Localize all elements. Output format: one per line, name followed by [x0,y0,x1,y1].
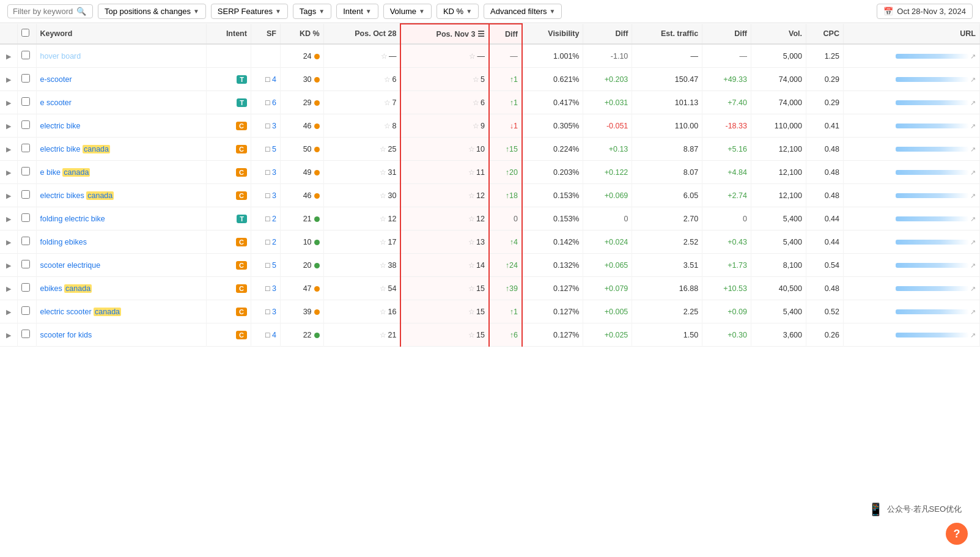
expand-btn[interactable]: ▶ [6,53,11,60]
external-link-icon[interactable]: ↗ [970,215,976,223]
est-traffic-value: 101.13 [675,98,698,107]
expand-btn[interactable]: ▶ [6,308,11,315]
sf-value[interactable]: 3 [272,168,276,177]
intent-dropdown[interactable]: Intent ▼ [336,4,378,19]
cpc-cell: 0.44 [806,231,844,254]
sf-value[interactable]: 3 [272,191,276,200]
expand-btn[interactable]: ▶ [6,169,11,176]
sf-value[interactable]: 4 [272,75,276,84]
keyword-link[interactable]: electric scooter canada [40,308,122,316]
keyword-link[interactable]: hover board [40,52,81,61]
row-checkbox[interactable] [21,237,30,245]
sf-value[interactable]: 3 [272,308,276,316]
sf-value[interactable]: 3 [272,284,276,293]
vis-diff-value: +0.025 [605,331,628,339]
keyword-link[interactable]: scooter for kids [40,331,92,339]
sf-value[interactable]: 4 [272,331,276,339]
expand-btn[interactable]: ▶ [6,262,11,269]
traffic-diff-cell: +5.16 [702,138,751,161]
sf-value[interactable]: 5 [272,145,276,153]
filter-input[interactable] [13,7,74,16]
external-link-icon[interactable]: ↗ [970,146,976,153]
keyword-link[interactable]: scooter electrique [40,261,101,270]
keyword-link[interactable]: electric bike [40,122,81,130]
row-checkbox[interactable] [21,190,30,199]
row-checkbox[interactable] [21,74,30,83]
vol-value: 74,000 [779,75,802,84]
keyword-link[interactable]: electric bikes canada [40,191,114,200]
external-link-icon[interactable]: ↗ [970,262,976,269]
cpc-value: 0.54 [825,261,839,270]
search-icon[interactable]: 🔍 [76,7,86,16]
traffic-diff-value: +4.84 [728,168,747,177]
external-link-icon[interactable]: ↗ [970,285,976,292]
table-row: ▶scooter for kidsC□ 422☆21☆15↑60.127%+0.… [0,323,980,347]
expand-btn[interactable]: ▶ [6,146,11,153]
keyword-link[interactable]: folding ebikes [40,238,87,246]
sf-value[interactable]: 2 [272,215,276,223]
advanced-filters-dropdown[interactable]: Advanced filters ▼ [484,4,562,19]
expand-btn[interactable]: ▶ [6,331,11,339]
sf-value[interactable]: 6 [272,98,276,107]
row-checkbox[interactable] [21,144,30,152]
volume-dropdown[interactable]: Volume ▼ [383,4,432,19]
row-checkbox[interactable] [21,283,30,292]
external-link-icon[interactable]: ↗ [970,238,976,246]
cpc-value: 0.44 [825,215,839,223]
row-checkbox[interactable] [21,306,30,315]
external-link-icon[interactable]: ↗ [970,192,976,199]
expand-btn[interactable]: ▶ [6,99,11,106]
row-checkbox[interactable] [21,260,30,268]
sf-value[interactable]: 5 [272,261,276,270]
expand-btn[interactable]: ▶ [6,238,11,246]
keyword-link[interactable]: e bike canada [40,168,90,177]
row-checkbox[interactable] [21,97,30,106]
select-all-checkbox[interactable] [21,29,29,37]
vis-diff-value: +0.13 [609,145,628,153]
visibility-cell: 1.001% [522,44,583,68]
external-link-icon[interactable]: ↗ [970,76,976,83]
vis-diff-cell: +0.203 [583,68,632,91]
sf-value[interactable]: 2 [272,238,276,246]
pos-nov-cell: ☆11 [400,161,489,184]
date-range-btn[interactable]: 📅 Oct 28-Nov 3, 2024 [877,4,973,19]
keyword-link[interactable]: electric bike canada [40,145,111,153]
serp-features-dropdown[interactable]: SERP Features ▼ [211,4,288,19]
keyword-link[interactable]: e-scooter [40,75,72,84]
intent-badge: T [237,98,247,107]
vol-cell: 3,600 [751,323,806,347]
keyword-link[interactable]: ebikes canada [40,284,92,293]
row-checkbox[interactable] [21,51,30,59]
keyword-link[interactable]: e scooter [40,98,72,107]
diff-value: — [510,52,518,61]
external-link-icon[interactable]: ↗ [970,53,976,60]
expand-btn[interactable]: ▶ [6,192,11,199]
expand-btn[interactable]: ▶ [6,285,11,292]
tags-dropdown[interactable]: Tags ▼ [293,4,331,19]
expand-btn[interactable]: ▶ [6,122,11,130]
sf-value[interactable]: 3 [272,122,276,130]
row-checkbox[interactable] [21,120,30,129]
traffic-diff-cell: +0.09 [702,300,751,323]
pos-nov-cell: ☆5 [400,68,489,91]
kd-dropdown[interactable]: KD % ▼ [437,4,479,19]
external-link-icon[interactable]: ↗ [970,99,976,106]
external-link-icon[interactable]: ↗ [970,122,976,130]
est-traffic-value: 3.51 [683,261,698,270]
diff-cell: ↑6 [489,323,522,347]
tags-label: Tags [300,7,316,16]
url-bar [896,100,969,105]
filter-input-wrap[interactable]: 🔍 [7,4,93,18]
top-positions-dropdown[interactable]: Top positions & changes ▼ [98,4,206,19]
row-checkbox[interactable] [21,330,30,338]
keyword-link[interactable]: folding electric bike [40,215,105,223]
expand-btn[interactable]: ▶ [6,215,11,223]
row-checkbox[interactable] [21,213,30,222]
row-checkbox[interactable] [21,167,30,175]
external-link-icon[interactable]: ↗ [970,331,976,339]
pos-oct-value: 12 [388,215,396,223]
external-link-icon[interactable]: ↗ [970,169,976,176]
visibility-value: 0.305% [553,122,579,130]
expand-btn[interactable]: ▶ [6,76,11,83]
external-link-icon[interactable]: ↗ [970,308,976,315]
